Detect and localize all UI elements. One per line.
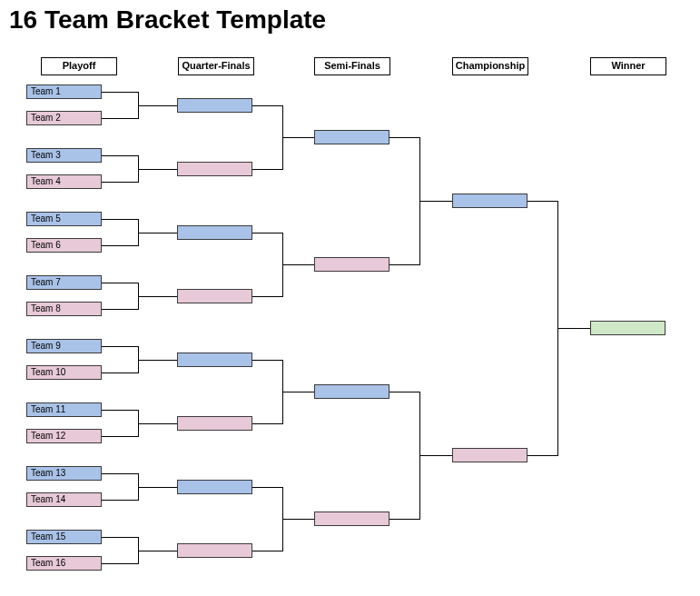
bracket-line — [102, 410, 138, 411]
winner-slot[interactable] — [590, 321, 665, 335]
team-slot[interactable] — [177, 289, 252, 303]
bracket-line — [102, 219, 138, 220]
team-slot[interactable] — [177, 480, 252, 494]
team-slot[interactable]: Team 15 — [26, 530, 102, 544]
bracket-line — [138, 296, 177, 297]
bracket-line — [102, 436, 138, 437]
bracket-line — [102, 92, 138, 93]
bracket-line — [389, 392, 419, 392]
team-slot[interactable]: Team 9 — [26, 339, 102, 353]
bracket-line — [252, 169, 282, 170]
team-slot[interactable] — [177, 353, 252, 367]
bracket-line — [282, 392, 314, 392]
bracket-line — [389, 519, 419, 520]
team-slot[interactable]: Team 12 — [26, 429, 102, 443]
bracket-line — [282, 519, 314, 520]
bracket-line — [102, 182, 138, 183]
bracket-line — [138, 551, 177, 551]
team-slot[interactable] — [177, 162, 252, 176]
bracket-line — [102, 118, 138, 119]
team-slot[interactable] — [314, 257, 389, 272]
bracket-line — [252, 233, 282, 233]
team-slot[interactable] — [177, 416, 252, 431]
bracket-line — [102, 372, 138, 373]
team-slot[interactable]: Team 11 — [26, 402, 102, 417]
bracket-line — [389, 137, 419, 138]
round-header-quarterfinals: Quarter-Finals — [178, 57, 254, 75]
team-slot[interactable] — [452, 194, 527, 208]
team-slot[interactable] — [314, 130, 389, 144]
bracket-line — [419, 455, 452, 456]
bracket-line — [138, 423, 177, 424]
team-slot[interactable]: Team 3 — [26, 148, 102, 163]
page-title: 16 Team Bracket Template — [9, 5, 326, 35]
round-header-winner: Winner — [590, 57, 666, 75]
bracket-line — [138, 487, 177, 488]
bracket-line — [252, 105, 282, 106]
team-slot[interactable]: Team 5 — [26, 212, 102, 226]
bracket-line — [102, 563, 138, 564]
team-slot[interactable]: Team 10 — [26, 365, 102, 380]
team-slot[interactable] — [314, 384, 389, 399]
team-slot[interactable]: Team 7 — [26, 275, 102, 290]
round-header-semifinals: Semi-Finals — [314, 57, 390, 75]
bracket-line — [102, 283, 138, 283]
bracket-line — [102, 537, 138, 538]
round-header-playoff: Playoff — [41, 57, 117, 75]
team-slot[interactable] — [452, 448, 527, 462]
team-slot[interactable]: Team 14 — [26, 492, 102, 507]
bracket-line — [102, 346, 138, 347]
bracket-line — [252, 423, 282, 424]
team-slot[interactable]: Team 8 — [26, 302, 102, 316]
bracket-line — [138, 233, 177, 233]
team-slot[interactable]: Team 2 — [26, 111, 102, 125]
team-slot[interactable]: Team 13 — [26, 466, 102, 481]
team-slot[interactable] — [177, 543, 252, 558]
bracket-line — [138, 360, 177, 361]
bracket-line — [252, 487, 282, 488]
bracket-page: 16 Team Bracket Template Playoff Quarter… — [0, 0, 700, 596]
bracket-line — [557, 328, 590, 329]
team-slot[interactable]: Team 4 — [26, 174, 102, 189]
bracket-line — [102, 500, 138, 501]
bracket-line — [252, 360, 282, 361]
round-header-championship: Championship — [452, 57, 528, 75]
bracket-line — [102, 473, 138, 474]
bracket-line — [419, 201, 452, 202]
bracket-line — [282, 137, 314, 138]
bracket-line — [138, 105, 177, 106]
bracket-line — [389, 264, 419, 265]
bracket-line — [527, 201, 557, 202]
team-slot[interactable]: Team 6 — [26, 238, 102, 253]
bracket-line — [527, 455, 557, 456]
bracket-line — [252, 296, 282, 297]
bracket-line — [102, 245, 138, 246]
bracket-line — [102, 309, 138, 310]
team-slot[interactable]: Team 1 — [26, 84, 102, 99]
bracket-line — [282, 264, 314, 265]
bracket-line — [252, 551, 282, 551]
team-slot[interactable] — [314, 512, 389, 526]
team-slot[interactable] — [177, 98, 252, 113]
team-slot[interactable]: Team 16 — [26, 556, 102, 571]
team-slot[interactable] — [177, 225, 252, 240]
bracket-line — [102, 155, 138, 156]
bracket-line — [138, 169, 177, 170]
